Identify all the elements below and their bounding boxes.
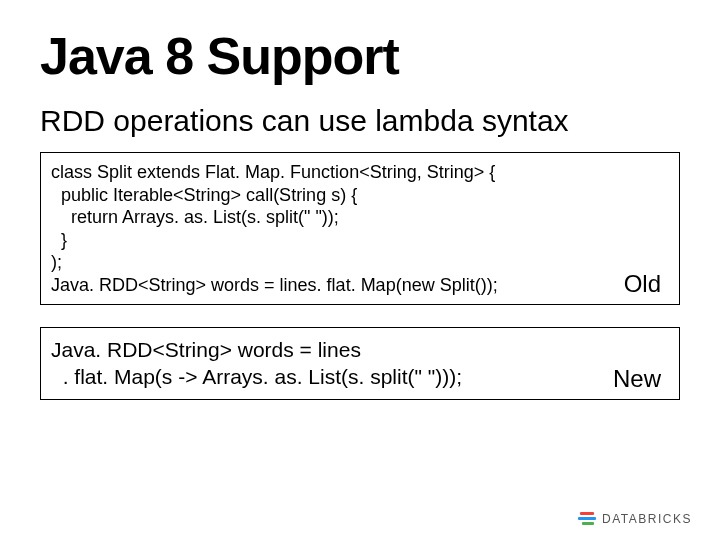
old-label: Old (624, 270, 661, 298)
databricks-icon (578, 512, 596, 526)
footer-logo: DATABRICKS (578, 512, 692, 526)
new-code-text: Java. RDD<String> words = lines . flat. … (51, 336, 669, 391)
slide-title: Java 8 Support (40, 26, 680, 86)
old-code-text: class Split extends Flat. Map. Function<… (51, 161, 669, 296)
old-code-box: class Split extends Flat. Map. Function<… (40, 152, 680, 305)
new-code-box: Java. RDD<String> words = lines . flat. … (40, 327, 680, 400)
slide-subtitle: RDD operations can use lambda syntax (40, 104, 680, 138)
footer-brand-text: DATABRICKS (602, 512, 692, 526)
new-label: New (613, 365, 661, 393)
